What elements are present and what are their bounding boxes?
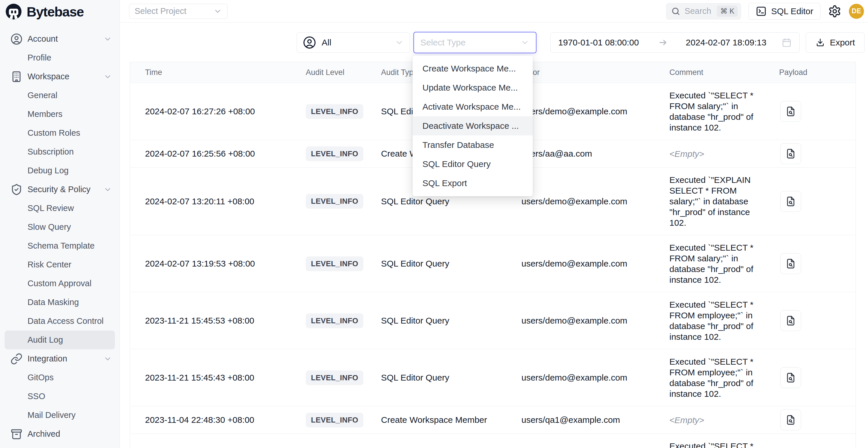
sidebar-item-label: Slow Query: [28, 222, 71, 232]
file-search-icon: [785, 372, 796, 383]
menu-item-transfer-database[interactable]: Transfer Database: [412, 135, 533, 155]
sidebar-item-slow-query[interactable]: Slow Query: [0, 218, 120, 236]
sidebar-item-label: Mail Delivery: [28, 410, 75, 420]
sidebar-item-archived[interactable]: Archived: [0, 424, 120, 443]
payload-view-button[interactable]: [780, 101, 801, 122]
type-filter-select[interactable]: Select Type: [413, 32, 536, 53]
sidebar-item-sql-review[interactable]: SQL Review: [0, 199, 120, 218]
chevron-down-icon: [103, 72, 112, 81]
export-button[interactable]: Export: [806, 32, 865, 53]
date-to-value: 2024-02-07 18:09:13: [686, 38, 767, 47]
file-search-icon: [785, 148, 796, 159]
sidebar-item-gitops[interactable]: GitOps: [0, 368, 120, 387]
cell-comment: Executed `"SELECT * FROM salary;"` in da…: [670, 83, 779, 140]
payload-view-button[interactable]: [780, 310, 801, 331]
file-search-icon: [785, 414, 796, 425]
chevron-down-icon: [213, 7, 222, 15]
search-input[interactable]: Search ⌘ K: [666, 3, 741, 20]
menu-item-activate-workspace-me[interactable]: Activate Workspace Me...: [412, 97, 533, 116]
sidebar-item-general[interactable]: General: [0, 86, 120, 105]
payload-view-button[interactable]: [780, 253, 801, 274]
cell-audit-type: SQL Editor Query: [381, 196, 521, 206]
sidebar-item-debug-log[interactable]: Debug Log: [0, 161, 120, 180]
sidebar-item-label: Workspace: [28, 72, 69, 81]
table-row: 2023-11-04 22:48:30 +08:00LEVEL_INFOCrea…: [130, 406, 856, 434]
file-search-icon: [785, 196, 796, 207]
sidebar-item-label: GitOps: [28, 373, 54, 382]
project-select-label: Select Project: [135, 6, 186, 16]
brand-name: Bytebase: [27, 4, 84, 20]
sidebar-item-label: Archived: [28, 429, 60, 439]
sidebar-item-custom-approval[interactable]: Custom Approval: [0, 274, 120, 293]
date-range-picker[interactable]: 1970-01-01 08:00:00 2024-02-07 18:09:13: [550, 32, 800, 53]
comment-text: Executed `"SELECT * FROM employee;"` in …: [670, 357, 753, 398]
date-from-value: 1970-01-01 08:00:00: [558, 38, 639, 47]
file-search-icon: [785, 315, 796, 326]
cell-payload: [779, 410, 856, 430]
sidebar-item-security-policy[interactable]: Security & Policy: [0, 180, 120, 199]
project-select[interactable]: Select Project: [129, 4, 227, 19]
sidebar-item-custom-roles[interactable]: Custom Roles: [0, 124, 120, 142]
table-row: 2024-02-07 13:19:53 +08:00LEVEL_INFOSQL …: [130, 235, 856, 292]
table-row: 2023-11-04 21:26:24 +08:00LEVEL_INFOSQL …: [130, 434, 856, 448]
payload-view-button[interactable]: [780, 367, 801, 388]
search-icon: [671, 7, 680, 16]
search-shortcut-badge: ⌘ K: [717, 5, 738, 17]
cell-audit-level: LEVEL_INFO: [306, 256, 381, 271]
menu-item-sql-export[interactable]: SQL Export: [412, 174, 533, 193]
sidebar-item-account[interactable]: Account: [0, 30, 120, 48]
payload-view-button[interactable]: [780, 191, 801, 212]
chevron-down-icon: [395, 38, 404, 47]
cell-time: 2023-11-04 22:48:30 +08:00: [130, 415, 306, 425]
cell-comment: Executed `"SELECT * FROM employee;"` in …: [670, 292, 779, 349]
sidebar-item-members[interactable]: Members: [0, 105, 120, 124]
cell-audit-level: LEVEL_INFO: [306, 104, 381, 119]
sidebar-item-data-masking[interactable]: Data Masking: [0, 293, 120, 312]
cell-comment: Executed `"EXPLAIN SELECT * FROM salary;…: [670, 167, 779, 235]
payload-view-button[interactable]: [780, 143, 801, 164]
sidebar-item-sso[interactable]: SSO: [0, 387, 120, 406]
person-circle-icon: [303, 36, 316, 49]
menu-item-update-workspace-me[interactable]: Update Workspace Me...: [412, 78, 533, 97]
link-icon: [10, 353, 23, 365]
sidebar-item-mail-delivery[interactable]: Mail Delivery: [0, 406, 120, 424]
cell-audit-type: Create Workspace Member: [381, 415, 521, 425]
brand-logo[interactable]: Bytebase: [0, 0, 120, 23]
column-header-audit-level: Audit Level: [306, 68, 381, 77]
menu-item-deactivate-workspace[interactable]: Deactivate Workspace ...: [412, 116, 533, 135]
sidebar-item-data-access-control[interactable]: Data Access Control: [0, 312, 120, 330]
sidebar-item-label: Data Masking: [28, 297, 79, 307]
comment-empty-text: <Empty>: [670, 149, 704, 159]
sidebar-item-label: SSO: [28, 391, 45, 401]
menu-item-sql-editor-query[interactable]: SQL Editor Query: [412, 155, 533, 174]
menu-item-create-workspace-me[interactable]: Create Workspace Me...: [412, 59, 533, 78]
sidebar-item-profile[interactable]: Profile: [0, 48, 120, 67]
chevron-down-icon: [520, 38, 530, 47]
sidebar-item-label: Schema Template: [28, 241, 95, 251]
sidebar-item-label: Members: [28, 109, 63, 119]
sidebar-item-label: Subscription: [28, 147, 74, 157]
sidebar-item-schema-template[interactable]: Schema Template: [0, 236, 120, 255]
sql-editor-button[interactable]: SQL Editor: [748, 3, 820, 20]
column-header-payload: Payload: [779, 68, 856, 77]
sidebar: Bytebase AccountProfileWorkspaceGeneralM…: [0, 0, 120, 448]
table-row: 2023-11-21 15:45:43 +08:00LEVEL_INFOSQL …: [130, 349, 856, 406]
cell-payload: [779, 191, 856, 212]
sidebar-item-integration[interactable]: Integration: [0, 349, 120, 368]
sidebar-item-risk-center[interactable]: Risk Center: [0, 255, 120, 274]
actor-filter-select[interactable]: All: [297, 32, 410, 53]
chevron-down-icon: [103, 185, 112, 194]
column-header-actor: Actor: [521, 68, 670, 77]
settings-gear-icon[interactable]: [828, 5, 841, 18]
sidebar-item-workspace[interactable]: Workspace: [0, 67, 120, 86]
sidebar-item-label: Data Access Control: [28, 316, 104, 326]
sidebar-item-subscription[interactable]: Subscription: [0, 142, 120, 161]
person-circle-icon: [10, 33, 23, 45]
comment-text: Executed `"SELECT * FROM employee;"` in …: [670, 300, 753, 342]
sidebar-item-audit-log[interactable]: Audit Log: [5, 330, 115, 349]
archive-icon: [10, 428, 23, 440]
cell-audit-level: LEVEL_INFO: [306, 371, 381, 385]
payload-view-button[interactable]: [780, 410, 801, 430]
download-icon: [815, 38, 825, 47]
avatar[interactable]: DE: [849, 4, 864, 19]
